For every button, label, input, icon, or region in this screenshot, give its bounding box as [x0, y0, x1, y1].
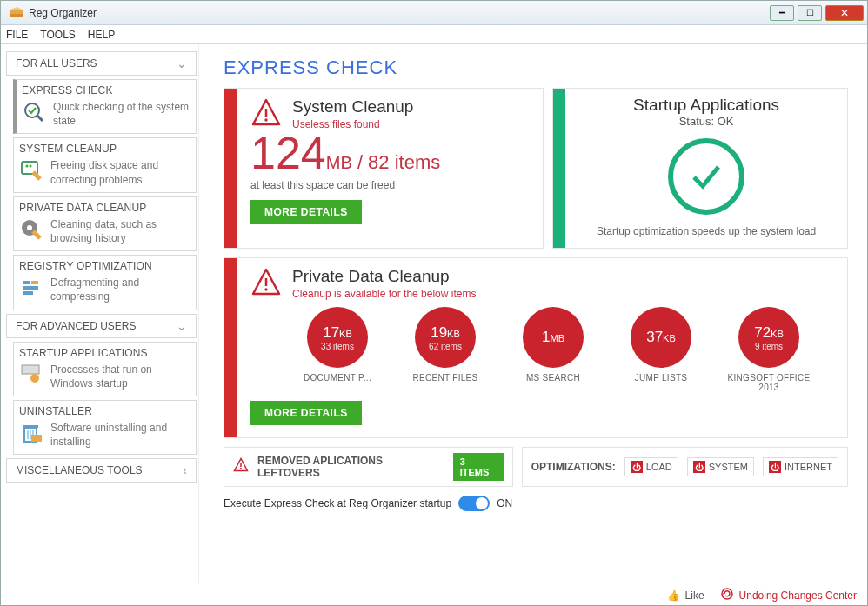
bubble-row: 17KB33 itemsDOCUMENT P... 19KB62 itemsRE…: [294, 307, 833, 392]
bubble-recent[interactable]: 19KB62 itemsRECENT FILES: [402, 307, 489, 392]
minimize-button[interactable]: ━: [770, 5, 794, 21]
opt-system-button[interactable]: ⏻SYSTEM: [687, 457, 754, 476]
sidebar-item-system-cleanup[interactable]: SYSTEM CLEANUP Freeing disk space and co…: [13, 137, 197, 192]
card-private-data: Private Data Cleanup Cleanup is availabl…: [224, 257, 848, 438]
nav-title: PRIVATE DATA CLEANUP: [19, 200, 190, 217]
svg-rect-12: [23, 291, 33, 295]
more-details-button[interactable]: MORE DETAILS: [250, 401, 362, 425]
menu-tools[interactable]: TOOLS: [40, 29, 75, 41]
nav-desc: Defragmenting and compressing: [50, 276, 190, 303]
sidebar-item-uninstaller[interactable]: UNINSTALLER Software uninstalling and in…: [13, 400, 197, 455]
svg-point-6: [30, 165, 32, 168]
checkmark-circle-icon: [668, 138, 744, 215]
bubble-jumplists[interactable]: 37KBJUMP LISTS: [618, 307, 704, 392]
leftovers-label: REMOVED APLICATIONS LEFTOVERS: [257, 455, 444, 479]
svg-point-8: [27, 225, 32, 230]
card-startup-apps: Startup Applications Status: OK Startup …: [552, 88, 848, 249]
status-stripe-red: [224, 258, 237, 437]
svg-point-5: [26, 165, 29, 168]
nav-desc: Software uninstalling and installing: [50, 421, 190, 449]
sidebar-item-private-data[interactable]: PRIVATE DATA CLEANUP Cleaning data, such…: [13, 196, 197, 251]
svg-line-3: [37, 116, 43, 121]
trash-box-icon: [19, 421, 43, 445]
status-stripe-green: [553, 89, 565, 248]
opt-load-button[interactable]: ⏻LOAD: [624, 457, 678, 476]
nav-desc: Quick checking of the system state: [53, 100, 190, 128]
svg-point-25: [264, 288, 267, 290]
nav-desc: Processes that run on Windows startup: [50, 363, 190, 390]
leftovers-badge: 3 ITEMS: [453, 453, 504, 481]
svg-rect-13: [22, 365, 39, 374]
opt-internet-button[interactable]: ⏻INTERNET: [763, 457, 838, 476]
page-title: EXPRESS CHECK: [224, 57, 848, 79]
defrag-icon: [19, 276, 43, 300]
toggle-label: Execute Express Check at Reg Organizer s…: [224, 497, 451, 509]
sidebar-item-registry-opt[interactable]: REGISTRY OPTIMIZATION Defragmenting and …: [13, 255, 197, 310]
sidebar: FOR ALL USERS ⌄ EXPRESS CHECK Quick chec…: [1, 44, 199, 583]
undo-circle-icon: [720, 587, 734, 603]
size-unit: MB: [326, 153, 352, 172]
like-button[interactable]: 👍 Like: [667, 589, 704, 602]
disc-broom-icon: [19, 217, 43, 242]
card-system-cleanup: System Cleanup Useless files found 124MB…: [224, 88, 544, 249]
sidebar-item-express-check[interactable]: EXPRESS CHECK Quick checking of the syst…: [13, 79, 197, 134]
titlebar[interactable]: Reg Organizer ━ ☐ ✕: [1, 1, 867, 25]
cleanup-note: at least this space can be freed: [250, 179, 529, 191]
svg-point-15: [30, 374, 39, 383]
app-window: Reg Organizer ━ ☐ ✕ FILE TOOLS HELP FOR …: [0, 0, 868, 606]
bubble-mssearch[interactable]: 1MBMS SEARCH: [510, 307, 597, 392]
menu-file[interactable]: FILE: [6, 29, 28, 41]
panel-leftovers[interactable]: REMOVED APLICATIONS LEFTOVERS 3 ITEMS: [224, 447, 513, 487]
status-stripe-red: [224, 89, 237, 248]
svg-rect-1: [10, 10, 23, 14]
svg-rect-11: [23, 286, 38, 290]
section-label: MISCELLANEOUS TOOLS: [16, 464, 143, 476]
svg-point-27: [240, 468, 242, 469]
section-header-advanced[interactable]: FOR ADVANCED USERS ⌄: [6, 314, 197, 338]
section-header-all-users[interactable]: FOR ALL USERS ⌄: [6, 51, 197, 76]
chevron-down-icon: ⌄: [177, 319, 187, 333]
menu-help[interactable]: HELP: [88, 29, 115, 41]
menubar: FILE TOOLS HELP: [1, 25, 867, 44]
bubble-document[interactable]: 17KB33 itemsDOCUMENT P...: [294, 307, 381, 392]
statusbar: 👍 Like Undoing Changes Center: [1, 583, 867, 606]
thumbs-up-icon: 👍: [667, 589, 680, 602]
cleanup-size: 124MB / 82 items: [250, 130, 529, 176]
warning-triangle-icon: [250, 267, 282, 298]
main-content: EXPRESS CHECK System Cleanup Useless fil…: [199, 44, 867, 583]
more-details-button[interactable]: MORE DETAILS: [250, 200, 362, 224]
undoing-changes-button[interactable]: Undoing Changes Center: [720, 587, 857, 603]
sidebar-item-startup-apps[interactable]: STARTUP APPLICATIONS Processes that run …: [13, 342, 197, 396]
startup-toggle-row: Execute Express Check at Reg Organizer s…: [224, 496, 848, 511]
warning-triangle-icon: [250, 97, 282, 129]
disk-broom-icon: [19, 158, 43, 183]
svg-rect-0: [10, 14, 23, 17]
app-icon: [10, 6, 23, 20]
bubble-kingsoft[interactable]: 72KB9 itemsKINGSOFT OFFICE 2013: [725, 307, 812, 392]
chevron-down-icon: ⌄: [177, 57, 187, 70]
svg-rect-10: [31, 281, 38, 284]
items-text: / 82 items: [352, 151, 440, 173]
section-header-misc[interactable]: MISCELLANEOUS TOOLS ‹: [6, 458, 197, 483]
close-button[interactable]: ✕: [825, 5, 864, 21]
title-text: Reg Organizer: [29, 7, 770, 19]
startup-flag-icon: [19, 363, 43, 387]
size-value: 124: [250, 128, 326, 178]
nav-desc: Freeing disk space and correcting proble…: [50, 158, 190, 186]
window-controls: ━ ☐ ✕: [770, 5, 864, 21]
svg-point-2: [25, 103, 39, 117]
nav-title: STARTUP APPLICATIONS: [19, 345, 190, 363]
power-icon: ⏻: [631, 461, 643, 473]
toggle-state: ON: [497, 497, 512, 509]
panel-optimizations: OPTIMIZATIONS: ⏻LOAD ⏻SYSTEM ⏻INTERNET: [522, 447, 848, 487]
card-title: Private Data Cleanup: [292, 267, 476, 286]
svg-rect-9: [23, 281, 30, 284]
svg-rect-21: [31, 435, 42, 442]
svg-point-23: [264, 118, 267, 121]
maximize-button[interactable]: ☐: [798, 5, 822, 21]
nav-title: REGISTRY OPTIMIZATION: [19, 258, 190, 276]
startup-toggle[interactable]: [458, 496, 490, 511]
power-icon: ⏻: [769, 461, 781, 473]
startup-status: Status: OK: [574, 115, 838, 128]
section-label: FOR ALL USERS: [16, 57, 97, 70]
